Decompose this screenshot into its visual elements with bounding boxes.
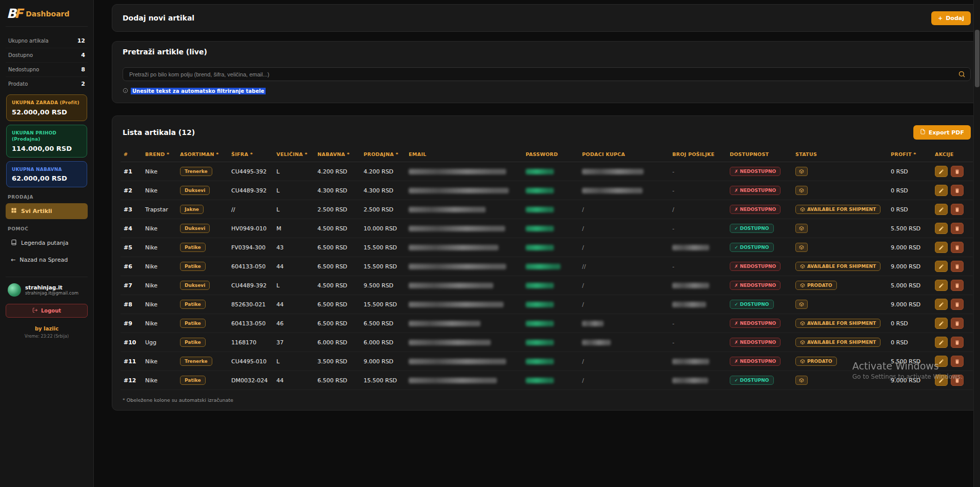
password-cell <box>523 352 579 371</box>
shipment-number-cell <box>669 371 727 390</box>
stat-sold: Prodato 2 <box>6 77 88 91</box>
sidebar-header: BF Dashboard <box>6 6 88 27</box>
availability-cell: ✗ NEDOSTUPNO <box>727 314 792 333</box>
column-header: DOSTUPNOST <box>727 147 792 162</box>
table-row: #9NikePatike604133-050466.500 RSD6.500 R… <box>121 314 973 333</box>
purchase-price-cell: 6.500 RSD <box>314 371 361 390</box>
delete-button[interactable] <box>951 242 964 253</box>
scrollbar-track[interactable] <box>973 0 980 487</box>
status-cell: AVAILABLE FOR SHIPMENT <box>792 257 888 276</box>
buyer-info-cell: / <box>579 200 669 219</box>
actions-cell <box>932 162 973 181</box>
article-list-title: Lista artikala (12) <box>123 128 195 137</box>
sidebar-item-label: Svi Artikli <box>21 208 52 215</box>
delete-button[interactable] <box>951 166 964 177</box>
profit-cell: 9.000 RSD <box>888 371 932 390</box>
email-cell <box>406 200 523 219</box>
redacted-shipment-number <box>672 302 706 307</box>
edit-button[interactable] <box>935 337 948 348</box>
scrollbar-thumb[interactable] <box>975 30 979 87</box>
shipment-number-cell <box>669 238 727 257</box>
summary-card-revenue: UKUPAN PRIHOD (Prodajna) 114.000,00 RSD <box>6 125 87 158</box>
column-header: NABAVNA * <box>314 147 361 162</box>
articles-table: #BREND *ASORTIMAN *ŠIFRA *VELIČINA *NABA… <box>121 147 973 390</box>
edit-button[interactable] <box>935 356 948 367</box>
table-row: #5NikePatikeFV0394-300436.500 RSD15.500 … <box>121 238 973 257</box>
profit-cell: 9.000 RSD <box>888 295 932 314</box>
purchase-price-cell: 4.500 RSD <box>314 219 361 238</box>
delete-button[interactable] <box>951 280 964 291</box>
code-cell: 852630-021 <box>228 295 273 314</box>
redacted-email <box>409 283 493 288</box>
redacted-buyer-info <box>582 340 611 345</box>
edit-button[interactable] <box>935 280 948 291</box>
status-cell: AVAILABLE FOR SHIPMENT <box>792 333 888 352</box>
profit-cell: 0 RSD <box>888 200 932 219</box>
page-title: Dashboard <box>26 10 69 18</box>
row-number: #7 <box>121 276 142 295</box>
delete-button[interactable] <box>951 318 964 329</box>
redacted-password <box>526 378 554 383</box>
buyer-info-cell <box>579 314 669 333</box>
search-icon[interactable] <box>958 70 966 80</box>
stat-label: Dostupno <box>8 52 33 58</box>
delete-button[interactable] <box>951 375 964 386</box>
status-cell <box>792 162 888 181</box>
user-email: strahinjag.it@gmail.com <box>25 290 78 296</box>
profit-cell: 9.000 RSD <box>888 238 932 257</box>
actions-cell <box>932 333 973 352</box>
sale-price-cell: 4.200 RSD <box>361 162 406 181</box>
email-cell <box>406 295 523 314</box>
delete-button[interactable] <box>951 204 964 215</box>
status-cell <box>792 295 888 314</box>
edit-button[interactable] <box>935 242 948 253</box>
size-cell: 44 <box>273 295 314 314</box>
edit-button[interactable] <box>935 223 948 234</box>
delete-button[interactable] <box>951 299 964 310</box>
shipment-placeholder: - <box>672 320 674 327</box>
search-input[interactable] <box>123 67 971 81</box>
email-cell <box>406 219 523 238</box>
edit-button[interactable] <box>935 204 948 215</box>
export-pdf-button[interactable]: Export PDF <box>913 125 971 140</box>
stat-available: Dostupno 4 <box>6 48 88 63</box>
delete-button[interactable] <box>951 337 964 348</box>
availability-badge: ✗ NEDOSTUPNO <box>730 319 781 328</box>
add-article-button[interactable]: + Dodaj <box>931 11 971 25</box>
stat-value: 12 <box>77 37 85 44</box>
redacted-password <box>526 264 561 269</box>
availability-badge: ✗ NEDOSTUPNO <box>730 357 781 366</box>
sale-price-cell: 2.500 RSD <box>361 200 406 219</box>
edit-button[interactable] <box>935 166 948 177</box>
size-cell: L <box>273 181 314 200</box>
redacted-shipment-number <box>672 378 708 383</box>
summary-card-profit: UKUPNA ZARADA (Profit) 52.000,00 RSD <box>6 94 87 121</box>
email-cell <box>406 371 523 390</box>
redacted-email <box>409 378 497 383</box>
delete-button[interactable] <box>951 261 964 272</box>
actions-cell <box>932 314 973 333</box>
availability-cell: ✗ NEDOSTUPNO <box>727 200 792 219</box>
redacted-password <box>526 245 554 250</box>
logout-button[interactable]: Logout <box>6 304 88 318</box>
edit-button[interactable] <box>935 375 948 386</box>
edit-button[interactable] <box>935 185 948 196</box>
profit-cell: 0 RSD <box>888 314 932 333</box>
edit-button[interactable] <box>935 318 948 329</box>
sidebar-item-svi-artikli[interactable]: Svi Artikli <box>6 203 88 219</box>
edit-button[interactable] <box>935 299 948 310</box>
availability-badge: ✗ NEDOSTUPNO <box>730 167 781 176</box>
sidebar-item-nazad[interactable]: ← Nazad na Spread <box>6 252 88 267</box>
package-icon <box>795 167 808 176</box>
delete-button[interactable] <box>951 185 964 196</box>
row-number: #9 <box>121 314 142 333</box>
sidebar-stats: Ukupno artikala 12 Dostupno 4 Nedostupno… <box>6 34 88 91</box>
delete-button[interactable] <box>951 223 964 234</box>
edit-button[interactable] <box>935 261 948 272</box>
assortment-badge: Patike <box>180 319 206 328</box>
availability-badge: ✓ DOSTUPNO <box>730 300 774 309</box>
sidebar-item-legenda[interactable]: Legenda putanja <box>6 235 88 251</box>
shipment-placeholder: / <box>672 206 674 213</box>
delete-button[interactable] <box>951 356 964 367</box>
availability-cell: ✓ DOSTUPNO <box>727 295 792 314</box>
